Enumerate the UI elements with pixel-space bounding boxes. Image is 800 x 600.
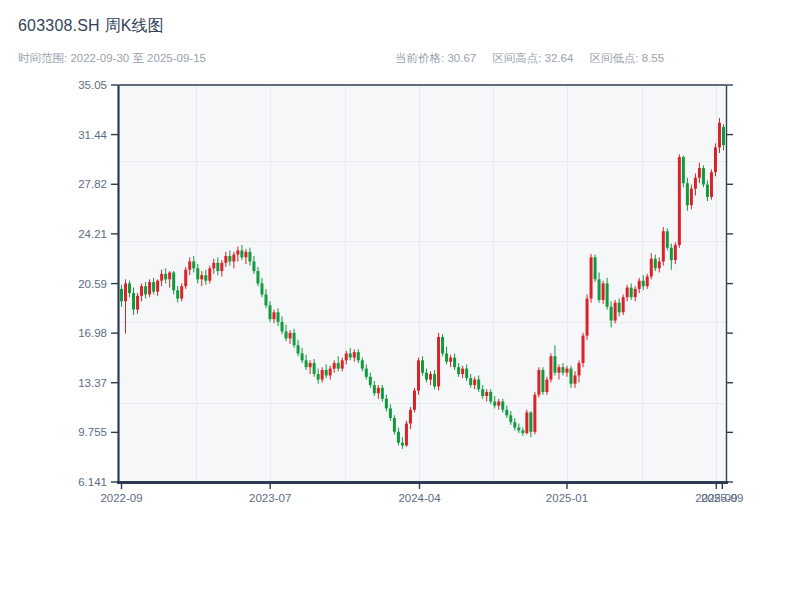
candlestick <box>232 255 235 262</box>
candlestick <box>710 172 713 197</box>
candlestick <box>188 261 191 269</box>
candlestick <box>405 424 408 446</box>
candlestick <box>140 286 143 296</box>
candlestick <box>164 274 167 279</box>
candlestick <box>686 183 689 205</box>
candlestick <box>533 395 536 432</box>
candlestick <box>521 430 524 433</box>
candlestick <box>136 296 139 310</box>
candlestick <box>670 248 673 260</box>
candlestick <box>264 294 267 305</box>
candlestick <box>361 360 364 368</box>
x-axis-tick-label: 2025-01 <box>546 492 588 504</box>
candlestick <box>192 261 195 268</box>
candlestick <box>678 157 681 245</box>
candlestick <box>501 402 504 410</box>
candlestick <box>469 378 472 385</box>
y-axis-tick-label: 31.44 <box>78 129 107 141</box>
candlestick <box>224 256 227 263</box>
candlestick <box>152 282 155 292</box>
candlestick <box>333 363 336 368</box>
candlestick <box>128 283 131 293</box>
candlestick <box>401 443 404 446</box>
candlestick <box>513 422 516 427</box>
candlestick <box>714 147 717 172</box>
candlestick <box>381 388 384 399</box>
candlestick <box>212 263 215 268</box>
candlestick <box>618 303 621 313</box>
candlestick <box>433 374 436 386</box>
candlestick <box>252 261 255 271</box>
candlestick <box>184 270 187 286</box>
candlestick <box>598 279 601 300</box>
candlestick <box>289 333 292 338</box>
candlestick <box>509 415 512 422</box>
candlestick <box>606 283 609 306</box>
candlestick <box>537 370 540 395</box>
candlestick <box>260 283 263 294</box>
candlestick <box>204 275 207 280</box>
candlestick <box>317 374 320 379</box>
candlestick <box>168 272 171 279</box>
candlestick <box>457 367 460 374</box>
candlestick <box>586 299 589 336</box>
candlestick <box>497 402 500 406</box>
candlestick <box>549 356 552 379</box>
candlestick <box>172 272 175 290</box>
plot-area <box>119 85 726 482</box>
candlestick <box>373 385 376 393</box>
y-axis-tick-label: 27.82 <box>78 178 107 190</box>
candlestick <box>409 410 412 424</box>
y-axis-tick-label: 35.05 <box>78 79 107 91</box>
candlestick <box>694 178 697 189</box>
candlestick <box>481 389 484 396</box>
candlestick <box>461 369 464 374</box>
x-axis-tick-label: 2024-04 <box>398 492 441 504</box>
candlestick <box>369 377 372 385</box>
candlestick <box>337 363 340 368</box>
candlestick <box>489 392 492 402</box>
candlestick <box>349 353 352 357</box>
x-axis-tick-label: 2022-09 <box>100 492 142 504</box>
candlestick <box>301 353 304 360</box>
candlestick <box>176 290 179 298</box>
candlestick <box>200 275 203 279</box>
candlestick <box>313 363 316 374</box>
candlestick <box>441 337 444 353</box>
y-axis-tick-label: 20.59 <box>78 278 107 290</box>
candlestick <box>293 333 296 345</box>
candlestick <box>325 370 328 375</box>
candlestick <box>662 231 665 261</box>
x-axis-tick-label: 2025-09 <box>701 492 743 504</box>
candlestick <box>622 297 625 312</box>
candlestick <box>132 293 135 309</box>
candlestick <box>148 282 151 294</box>
y-axis-tick-label: 13.37 <box>78 377 107 389</box>
candlestick <box>345 353 348 360</box>
candlestick <box>630 288 633 298</box>
candlestick <box>453 358 456 368</box>
candlestick <box>236 250 239 254</box>
candlestick <box>582 336 585 363</box>
candlestick <box>156 281 159 292</box>
candlestick <box>208 268 211 280</box>
candlestick <box>590 257 593 298</box>
candlestick <box>437 337 440 386</box>
candlestick <box>557 367 560 372</box>
candlestick <box>541 370 544 392</box>
candlestick <box>180 286 183 298</box>
candlestick <box>196 268 199 279</box>
candlestick <box>602 283 605 299</box>
candlestick <box>642 281 645 286</box>
candlestick <box>594 257 597 279</box>
candlestick <box>654 259 657 269</box>
candlestick <box>228 256 231 261</box>
candlestick <box>525 413 528 434</box>
candlestick <box>425 373 428 380</box>
candlestick <box>650 259 653 277</box>
candlestick <box>277 312 280 322</box>
candlestick <box>281 322 284 332</box>
y-axis-tick-label: 16.98 <box>78 327 107 339</box>
candlestick <box>690 189 693 205</box>
candlestick <box>682 157 685 183</box>
